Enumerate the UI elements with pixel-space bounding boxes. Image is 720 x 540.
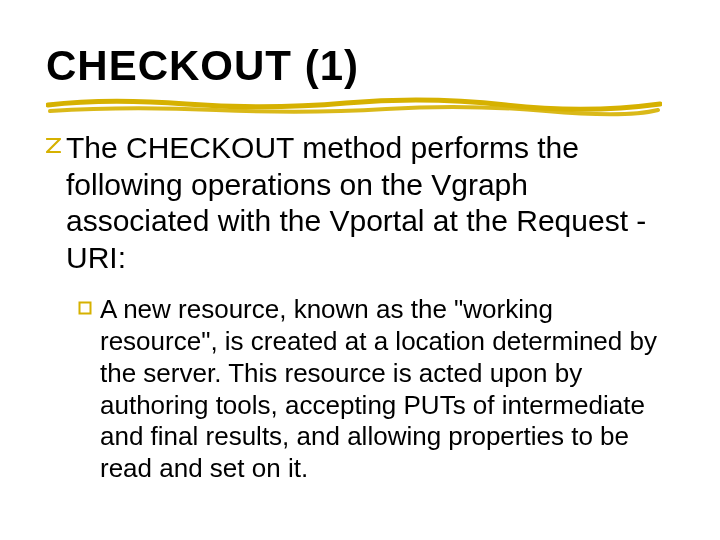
slide-title: CHECKOUT (1)	[46, 44, 674, 88]
z-bullet-icon	[46, 138, 61, 153]
slide: CHECKOUT (1) The CHECKOUT method perform…	[0, 0, 720, 540]
title-underline	[46, 95, 662, 117]
bullet-level-2: A new resource, known as the "working re…	[46, 294, 674, 484]
bullet-level-2-text: A new resource, known as the "working re…	[100, 294, 657, 483]
bullet-level-1: The CHECKOUT method performs the followi…	[46, 130, 674, 276]
svg-rect-0	[80, 303, 91, 314]
square-bullet-icon	[78, 301, 92, 315]
bullet-level-1-text: The CHECKOUT method performs the followi…	[66, 131, 646, 274]
